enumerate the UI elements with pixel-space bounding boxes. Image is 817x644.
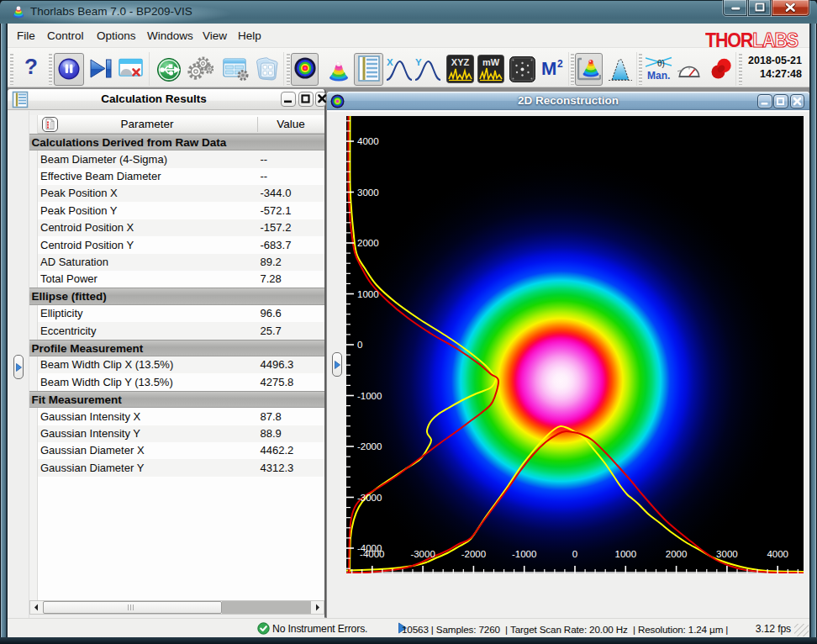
- svg-text:1000: 1000: [357, 288, 379, 298]
- svg-text:-2000: -2000: [461, 548, 486, 558]
- svg-text:0: 0: [357, 340, 362, 350]
- svg-text:Man.: Man.: [647, 70, 670, 82]
- svg-text:1000: 1000: [615, 548, 637, 558]
- svg-text:-1000: -1000: [357, 390, 382, 400]
- svg-text:M: M: [541, 58, 556, 79]
- svg-text:-2000: -2000: [357, 441, 382, 451]
- svg-text:4000: 4000: [767, 548, 788, 558]
- svg-text:Y: Y: [415, 57, 422, 67]
- svg-text:3000: 3000: [716, 548, 738, 558]
- svg-text:mW: mW: [482, 57, 500, 67]
- svg-text:X: X: [387, 57, 393, 67]
- svg-text:2000: 2000: [357, 238, 379, 248]
- svg-text:2000: 2000: [666, 548, 688, 558]
- svg-text:0: 0: [572, 548, 577, 558]
- svg-text:-4000: -4000: [360, 548, 384, 558]
- svg-text:XYZ: XYZ: [451, 57, 470, 67]
- svg-text:4000: 4000: [357, 136, 379, 146]
- svg-text:-3000: -3000: [410, 548, 435, 558]
- svg-text:2: 2: [557, 58, 563, 70]
- svg-text:3000: 3000: [357, 187, 379, 197]
- svg-text:-1000: -1000: [512, 548, 536, 558]
- svg-text:θ): θ): [657, 59, 665, 68]
- svg-text:-3000: -3000: [357, 492, 382, 502]
